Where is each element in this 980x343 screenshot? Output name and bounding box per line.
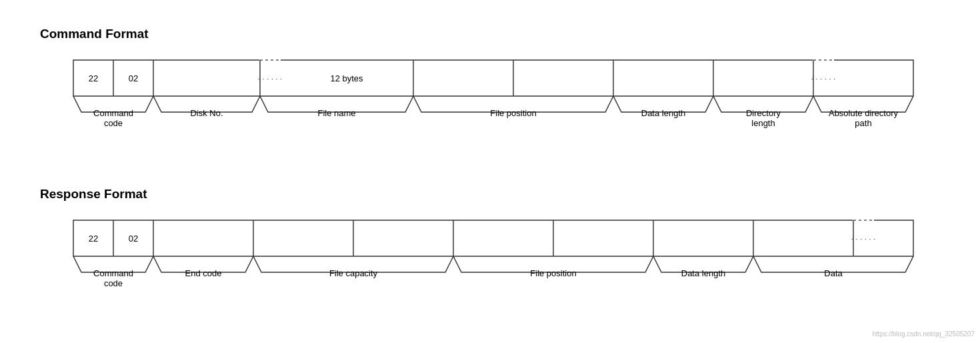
field-label: End code [185, 268, 222, 278]
field-label: File name [317, 108, 355, 118]
box-text: 12 bytes [330, 73, 363, 83]
field-label: Command [93, 108, 133, 118]
dotted-continuation: · · · · · · [258, 74, 283, 83]
field-label: Data length [681, 268, 726, 278]
command-format-title: Command Format [40, 27, 980, 41]
dotted-continuation: · · · · · · [851, 234, 876, 244]
watermark: https://blog.csdn.net/qq_32505207 [873, 330, 975, 338]
field-label: code [104, 118, 123, 128]
command-format-svg: 220212 bytes· · · · · ·· · · · · ·Comman… [40, 53, 947, 160]
field-label: File capacity [329, 268, 378, 278]
field-label: Data [824, 268, 843, 278]
field-label: Disk No. [190, 108, 223, 118]
svg-rect-0 [73, 60, 913, 96]
field-label: length [751, 118, 775, 128]
field-label: Command [93, 268, 133, 278]
field-label: Directory [746, 108, 781, 118]
field-label: File position [530, 268, 576, 278]
command-format-section: Command Format220212 bytes· · · · · ·· ·… [40, 27, 980, 160]
box-text: 02 [129, 234, 138, 244]
dotted-continuation: · · · · · · [811, 74, 836, 83]
field-label: path [855, 118, 871, 128]
response-format-svg: 2202· · · · · ·CommandcodeEnd codeFile c… [40, 214, 947, 320]
field-label: Absolute directory [829, 108, 899, 118]
box-text: 02 [129, 73, 138, 83]
field-label: File position [490, 108, 536, 118]
svg-rect-13 [73, 220, 913, 256]
response-format-section: Response Format2202· · · · · ·Commandcod… [40, 187, 980, 320]
box-text: 22 [89, 73, 98, 83]
response-format-title: Response Format [40, 187, 980, 202]
box-text: 22 [89, 234, 98, 244]
field-label: code [104, 278, 123, 288]
field-label: Data length [641, 108, 686, 118]
